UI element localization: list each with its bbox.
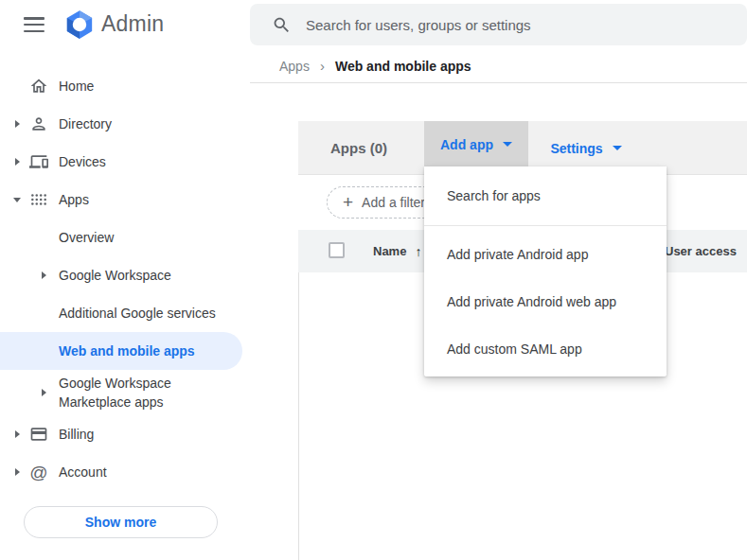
sidebar-item-overview[interactable]: Overview bbox=[0, 219, 250, 256]
sidebar-item-web-and-mobile-apps[interactable]: Web and mobile apps bbox=[0, 332, 242, 370]
sidebar-item-google-workspace-marketplace-apps[interactable]: Google Workspace Marketplace apps bbox=[0, 370, 250, 415]
google-admin-logo bbox=[63, 9, 96, 41]
menu-item-add-private-android-app[interactable]: Add private Android app bbox=[424, 231, 667, 278]
apps-grid-icon bbox=[28, 190, 49, 209]
chevron-right-icon bbox=[15, 430, 20, 438]
top-bar: Admin bbox=[0, 0, 747, 49]
menu-item-add-custom-saml-app[interactable]: Add custom SAML app bbox=[424, 325, 667, 373]
sidebar-item-label: Directory bbox=[59, 116, 112, 131]
breadcrumb: Apps › Web and mobile apps bbox=[250, 49, 747, 83]
add-app-button[interactable]: Add app bbox=[424, 121, 528, 167]
sidebar-item-devices[interactable]: Devices bbox=[0, 143, 250, 181]
home-icon bbox=[28, 77, 49, 96]
sidebar-item-label: Account bbox=[59, 464, 107, 480]
add-app-label: Add app bbox=[440, 137, 493, 152]
sidebar-item-label: Web and mobile apps bbox=[59, 343, 195, 359]
settings-label: Settings bbox=[550, 141, 602, 156]
person-icon bbox=[28, 114, 49, 133]
dropdown-arrow-icon bbox=[503, 142, 512, 147]
sidebar-nav: Home Directory Devices bbox=[0, 49, 250, 560]
search-icon bbox=[272, 15, 292, 35]
user-access-column-label: User access bbox=[665, 244, 737, 258]
menu-group: Add private Android app Add private Andr… bbox=[424, 226, 667, 373]
sidebar-item-label: Google Workspace Marketplace apps bbox=[59, 374, 205, 411]
sidebar-item-label: Additional Google services bbox=[59, 306, 216, 321]
sidebar-item-label: Google Workspace bbox=[59, 268, 171, 283]
sidebar-item-account[interactable]: @ Account bbox=[0, 453, 250, 491]
name-column-label: Name bbox=[373, 244, 406, 258]
breadcrumb-separator-icon: › bbox=[320, 58, 325, 74]
search-input[interactable] bbox=[306, 17, 713, 33]
sidebar-item-additional-google-services[interactable]: Additional Google services bbox=[0, 294, 250, 332]
chevron-right-icon bbox=[15, 468, 20, 476]
brand-title: Admin bbox=[101, 11, 164, 37]
chevron-down-icon bbox=[13, 198, 21, 202]
menu-item-add-private-android-web-app[interactable]: Add private Android web app bbox=[424, 278, 667, 325]
column-header-user-access: User access bbox=[665, 230, 737, 272]
sidebar-item-home[interactable]: Home bbox=[0, 67, 250, 105]
sidebar-item-directory[interactable]: Directory bbox=[0, 105, 250, 143]
sort-ascending-icon: ↑ bbox=[415, 244, 421, 259]
admin-console-page: Admin Home Directory bbox=[0, 0, 747, 560]
plus-icon: + bbox=[343, 193, 353, 211]
dropdown-arrow-icon bbox=[613, 146, 622, 150]
billing-icon bbox=[28, 425, 49, 444]
chevron-right-icon bbox=[15, 120, 20, 128]
sidebar-item-label: Home bbox=[59, 79, 94, 94]
sidebar-item-label: Overview bbox=[59, 230, 114, 245]
breadcrumb-parent[interactable]: Apps bbox=[279, 59, 310, 74]
global-search-bar[interactable] bbox=[250, 4, 747, 45]
sidebar-item-apps[interactable]: Apps bbox=[0, 181, 250, 219]
menu-item-search-for-apps[interactable]: Search for apps bbox=[424, 166, 667, 225]
at-icon: @ bbox=[28, 464, 49, 481]
sidebar-item-label: Devices bbox=[59, 154, 106, 169]
devices-icon bbox=[28, 152, 49, 171]
apps-count-title: Apps (0) bbox=[330, 121, 387, 175]
add-filter-label: Add a filter bbox=[362, 195, 425, 210]
sidebar-item-billing[interactable]: Billing bbox=[0, 415, 250, 453]
admin-hexagon-icon bbox=[63, 9, 96, 41]
chevron-right-icon bbox=[42, 389, 46, 396]
select-all-checkbox[interactable] bbox=[329, 242, 345, 258]
chevron-right-icon bbox=[42, 271, 46, 279]
sidebar-item-label: Apps bbox=[59, 192, 89, 207]
hamburger-menu-icon[interactable] bbox=[24, 15, 44, 34]
column-header-name[interactable]: Name ↑ bbox=[373, 230, 421, 272]
show-more-button[interactable]: Show more bbox=[24, 506, 218, 538]
breadcrumb-current: Web and mobile apps bbox=[335, 59, 471, 74]
chevron-right-icon bbox=[15, 158, 20, 166]
sidebar-item-google-workspace[interactable]: Google Workspace bbox=[0, 256, 250, 294]
sidebar-item-label: Billing bbox=[59, 427, 94, 442]
add-app-dropdown-menu: Search for apps Add private Android app … bbox=[424, 166, 667, 376]
